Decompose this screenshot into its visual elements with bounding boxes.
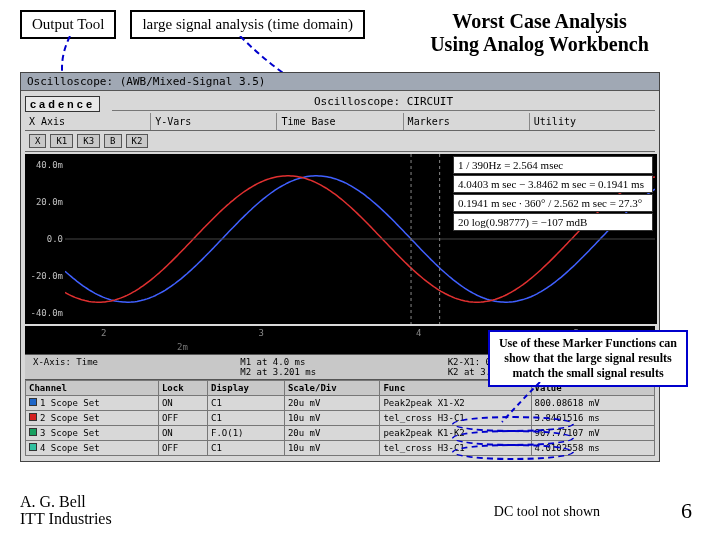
menu-time-base[interactable]: Time Base [277, 113, 403, 130]
btn-b[interactable]: B [104, 134, 121, 148]
page-number: 6 [681, 498, 692, 524]
menu-markers[interactable]: Markers [404, 113, 530, 130]
menu-utility[interactable]: Utility [530, 113, 655, 130]
eq-phase: 0.1941 m sec · 360° / 2.562 m sec = 27.3… [453, 194, 653, 212]
cadence-logo: cadence [25, 96, 100, 112]
waveform-plot: 40.0m 20.0m 0.0 -20.0m -40.0m 1 / 390Hz … [25, 154, 657, 324]
menu-y-vars[interactable]: Y-Vars [151, 113, 277, 130]
table-header: Display [208, 381, 285, 396]
footer-author: A. G. Bell ITT Industries [20, 493, 112, 528]
scope-menu-row: X Axis Y-Vars Time Base Markers Utility [25, 113, 655, 131]
btn-k3[interactable]: K3 [77, 134, 100, 148]
callout-connector [500, 382, 580, 432]
window-titlebar: Oscilloscope: (AWB/Mixed-Signal 3.5) [21, 73, 659, 91]
table-header: Scale/Div [284, 381, 380, 396]
output-tool-label: Output Tool [20, 10, 116, 39]
marker-buttons-row: X K1 K3 B K2 [25, 131, 655, 152]
menu-x-axis[interactable]: X Axis [25, 113, 151, 130]
btn-x[interactable]: X [29, 134, 46, 148]
marker-functions-callout: Use of these Marker Functions can show t… [488, 330, 688, 387]
table-header: Channel [26, 381, 159, 396]
btn-k1[interactable]: K1 [50, 134, 73, 148]
equation-overlay-stack: 1 / 390Hz = 2.564 msec 4.0403 m sec − 3.… [453, 156, 653, 231]
table-row: 4 Scope SetOFFC110u mVtel_cross H3-C14.0… [26, 441, 655, 456]
table-header: Lock [158, 381, 207, 396]
marker-m1: M1 at 4.0 ms [240, 357, 305, 367]
marker-left: X-Axis: Time [29, 357, 236, 377]
scope-panel-title: Oscilloscope: CIRCUIT [112, 95, 655, 111]
marker-m2: M2 at 3.201 ms [240, 367, 316, 377]
btn-k2[interactable]: K2 [126, 134, 149, 148]
eq-delta-t: 4.0403 m sec − 3.8462 m sec = 0.1941 ms [453, 175, 653, 193]
eq-gain-db: 20 log(0.98777) = −107 mdB [453, 213, 653, 231]
y-axis-ticks: 40.0m 20.0m 0.0 -20.0m -40.0m [25, 154, 65, 324]
signal-mode-label: large signal analysis (time domain) [130, 10, 365, 39]
eq-period: 1 / 390Hz = 2.564 msec [453, 156, 653, 174]
page-title: Worst Case Analysis Using Analog Workben… [379, 10, 700, 56]
footer-note: DC tool not shown [494, 504, 600, 520]
